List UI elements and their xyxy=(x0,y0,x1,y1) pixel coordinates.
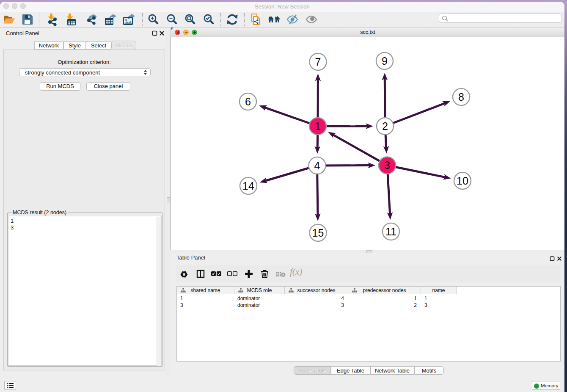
svg-text:1: 1 xyxy=(315,120,321,132)
svg-text:6: 6 xyxy=(245,96,251,108)
svg-text:14: 14 xyxy=(242,180,254,192)
svg-text:11: 11 xyxy=(385,226,396,237)
svg-text:8: 8 xyxy=(458,91,464,103)
svg-text:3: 3 xyxy=(384,159,390,171)
svg-text:10: 10 xyxy=(457,175,468,187)
svg-text:4: 4 xyxy=(314,160,320,171)
svg-text:7: 7 xyxy=(315,56,321,68)
svg-text:9: 9 xyxy=(382,55,388,67)
svg-text:2: 2 xyxy=(382,120,388,132)
svg-text:15: 15 xyxy=(312,227,324,239)
